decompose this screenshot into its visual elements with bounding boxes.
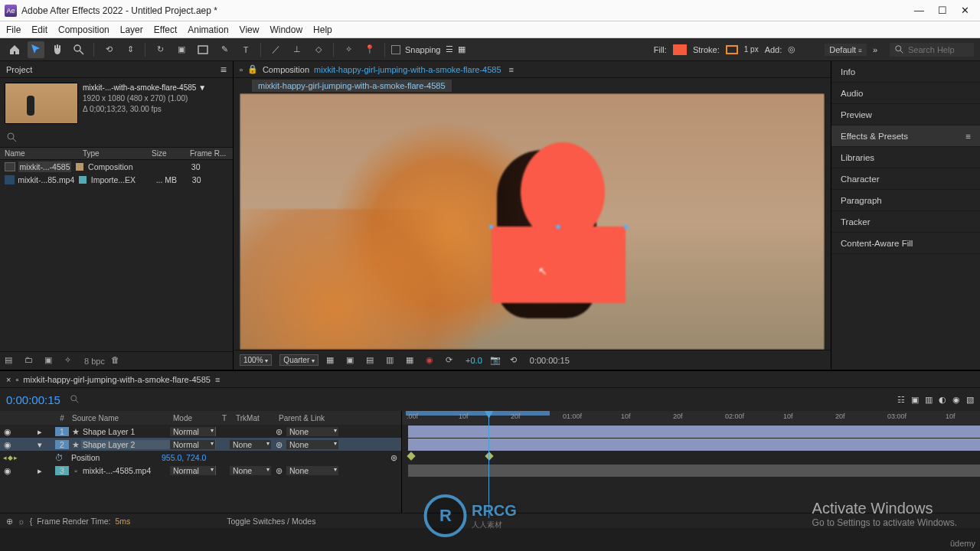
pan-behind-tool-icon[interactable]: ⇕ bbox=[122, 41, 139, 58]
layer-label-swatch[interactable]: 1 bbox=[55, 427, 69, 436]
twirl-icon[interactable]: ▸ bbox=[35, 466, 44, 475]
comp-thumbnail[interactable] bbox=[5, 83, 78, 124]
project-item-comp[interactable]: mixkit-...-4585 Composition 30 bbox=[0, 160, 233, 174]
panel-paragraph[interactable]: Paragraph bbox=[831, 190, 980, 211]
timeline-tab-close-icon[interactable]: × bbox=[6, 375, 11, 384]
parent-dropdown[interactable]: None▾ bbox=[286, 440, 338, 449]
stroke-swatch[interactable] bbox=[726, 45, 738, 54]
visibility-icon[interactable]: ◉ bbox=[3, 427, 12, 436]
panel-audio[interactable]: Audio bbox=[831, 83, 980, 104]
mask-grid-icon[interactable]: ▥ bbox=[386, 355, 398, 366]
layer-row-3[interactable]: ◉▸ 3 ▫ mixkit-...-4585.mp4 Normal▾ None▾… bbox=[0, 464, 401, 477]
type-tool-icon[interactable]: T bbox=[237, 41, 254, 58]
show-snapshot-icon[interactable]: ⟲ bbox=[510, 355, 522, 366]
snapping-checkbox[interactable] bbox=[391, 45, 400, 54]
home-tool-icon[interactable] bbox=[6, 41, 23, 58]
layer-bar-3[interactable] bbox=[408, 465, 980, 477]
add-target-icon[interactable]: ◎ bbox=[788, 44, 795, 54]
overflow-icon[interactable]: » bbox=[873, 45, 877, 54]
menu-file[interactable]: File bbox=[6, 24, 21, 35]
keyframe-icon[interactable] bbox=[485, 452, 493, 460]
clone-tool-icon[interactable]: ⊥ bbox=[289, 41, 305, 58]
brace-icon[interactable]: { bbox=[30, 517, 33, 526]
composition-viewer[interactable]: ↖ bbox=[240, 93, 825, 350]
label-swatch[interactable] bbox=[76, 163, 83, 171]
menu-window[interactable]: Window bbox=[270, 24, 302, 35]
comp-breadcrumb[interactable]: mixkit-happy-girl-jumping-with-a-smoke-f… bbox=[314, 65, 501, 74]
shape-layer-2-rectangle[interactable] bbox=[492, 227, 626, 303]
menu-layer[interactable]: Layer bbox=[120, 24, 143, 35]
twirl-icon[interactable]: ▾ bbox=[35, 440, 44, 449]
render-toggle-icon[interactable]: ⊕ bbox=[6, 517, 13, 526]
trash-icon[interactable]: 🗑 bbox=[111, 355, 125, 367]
stopwatch-icon[interactable]: ⏱ bbox=[55, 453, 64, 462]
prev-keyframe-icon[interactable]: ◂ bbox=[3, 454, 7, 461]
trkmat-dropdown[interactable]: None▾ bbox=[230, 440, 271, 449]
zoom-tool-icon[interactable] bbox=[70, 41, 87, 58]
close-button[interactable]: ✕ bbox=[961, 5, 969, 16]
panel-info[interactable]: Info bbox=[831, 61, 980, 83]
layer-row-2[interactable]: ◉▾ 2 ★ Shape Layer 2 Normal▾ None▾ ⊚ Non… bbox=[0, 438, 401, 451]
panel-character[interactable]: Character bbox=[831, 168, 980, 190]
new-comp-icon[interactable]: ▣ bbox=[44, 355, 58, 367]
pen-tool-icon[interactable]: ✎ bbox=[216, 41, 233, 58]
timeline-tab-label[interactable]: mixkit-happy-girl-jumping-with-a-smoke-f… bbox=[23, 375, 211, 384]
mask-visibility-icon[interactable]: ▦ bbox=[458, 44, 466, 54]
menu-view[interactable]: View bbox=[240, 24, 260, 35]
blend-mode-dropdown[interactable]: Normal▾ bbox=[170, 466, 216, 475]
fill-swatch[interactable] bbox=[673, 44, 687, 55]
rotate-tool-icon[interactable]: ↻ bbox=[152, 41, 168, 58]
lock-icon[interactable]: ▫ bbox=[240, 65, 243, 74]
comp-info-caret-icon[interactable]: ▼ bbox=[198, 83, 206, 92]
graph-editor-icon[interactable]: ▧ bbox=[966, 395, 974, 405]
exposure-value[interactable]: +0.0 bbox=[466, 356, 482, 365]
work-area-bar[interactable] bbox=[406, 411, 550, 416]
bpc-label[interactable]: 8 bpc bbox=[84, 357, 105, 366]
snap-opts-icon[interactable]: ☰ bbox=[446, 44, 453, 54]
interpret-footage-icon[interactable]: ▤ bbox=[5, 355, 18, 367]
parent-dropdown[interactable]: None▾ bbox=[286, 466, 338, 475]
puppet-tool-icon[interactable]: 📍 bbox=[361, 41, 378, 58]
parent-dropdown[interactable]: None▾ bbox=[286, 427, 338, 436]
label-swatch[interactable] bbox=[79, 176, 86, 184]
current-time-indicator[interactable]: 0:00:00:15 bbox=[6, 393, 60, 406]
expression-pickwhip-icon[interactable]: ⊚ bbox=[386, 453, 401, 462]
comp-flowchart-icon[interactable]: ☷ bbox=[897, 395, 905, 405]
guides-icon[interactable]: ▦ bbox=[406, 355, 418, 366]
transparency-grid-icon[interactable]: ▦ bbox=[326, 355, 338, 366]
parent-pickwhip-icon[interactable]: ⊚ bbox=[271, 466, 286, 475]
roto-tool-icon[interactable]: ✧ bbox=[340, 41, 357, 58]
motion-blur-icon[interactable]: ◉ bbox=[952, 395, 960, 405]
twirl-icon[interactable]: ▸ bbox=[35, 427, 44, 436]
comp-panel-menu-icon[interactable]: ≡ bbox=[509, 65, 514, 74]
frame-blend-icon[interactable]: ◐ bbox=[939, 395, 946, 405]
parent-pickwhip-icon[interactable]: ⊚ bbox=[271, 440, 286, 449]
panel-content-aware-fill[interactable]: Content-Aware Fill bbox=[831, 233, 980, 254]
menu-edit[interactable]: Edit bbox=[31, 24, 47, 35]
blend-mode-dropdown[interactable]: Normal▾ bbox=[170, 440, 216, 449]
menu-effect[interactable]: Effect bbox=[154, 24, 177, 35]
selection-tool-icon[interactable] bbox=[28, 41, 44, 58]
maximize-button[interactable]: ☐ bbox=[938, 5, 947, 16]
position-value[interactable]: 955.0, 724.0 bbox=[162, 453, 206, 462]
panel-libraries[interactable]: Libraries bbox=[831, 147, 980, 168]
switches-toggle-icon[interactable]: ☼ bbox=[18, 517, 25, 526]
toggle-switches-modes[interactable]: Toggle Switches / Modes bbox=[227, 517, 315, 526]
parent-pickwhip-icon[interactable]: ⊚ bbox=[271, 427, 286, 436]
layer-label-swatch[interactable]: 3 bbox=[55, 466, 69, 475]
stroke-width[interactable]: 1 px bbox=[744, 45, 759, 54]
layer-bar-1[interactable] bbox=[408, 425, 980, 438]
layer-label-swatch[interactable]: 2 bbox=[55, 440, 69, 449]
project-panel-menu-icon[interactable]: ≡ bbox=[220, 64, 227, 76]
orbit-tool-icon[interactable]: ⟲ bbox=[100, 41, 117, 58]
panel-tracker[interactable]: Tracker bbox=[831, 211, 980, 233]
channel-view-icon[interactable]: ▤ bbox=[366, 355, 378, 366]
layer-bar-2[interactable] bbox=[408, 439, 980, 451]
trkmat-dropdown[interactable]: None▾ bbox=[230, 466, 271, 475]
property-row-position[interactable]: ◂ ◆ ▸ ⏱ Position 955.0, 724.0 ⊚ bbox=[0, 451, 401, 464]
keyframe-icon[interactable] bbox=[407, 452, 415, 460]
visibility-icon[interactable]: ◉ bbox=[3, 440, 12, 449]
layer-row-1[interactable]: ◉▸ 1 ★ Shape Layer 1 Normal▾ ⊚ None▾ bbox=[0, 425, 401, 438]
project-search-icon[interactable] bbox=[6, 132, 18, 144]
zoom-dropdown[interactable]: 100% ▾ bbox=[240, 354, 272, 366]
